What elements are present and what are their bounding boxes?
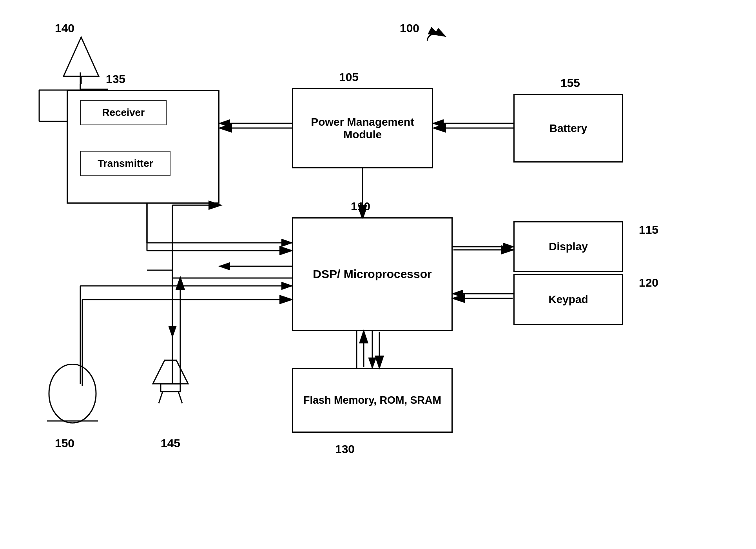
label-105: 105 <box>339 70 359 84</box>
power-mgmt-box: Power Management Module <box>292 88 433 168</box>
svg-rect-24 <box>161 384 180 392</box>
label-135: 135 <box>106 72 125 86</box>
label-155: 155 <box>560 76 580 90</box>
label-110: 110 <box>351 200 370 213</box>
display-box: Display <box>513 221 623 272</box>
svg-marker-20 <box>63 37 99 76</box>
speaker-icon <box>145 352 196 421</box>
label-100: 100 <box>400 22 419 35</box>
transmitter-box: Transmitter <box>80 151 170 176</box>
label-145: 145 <box>161 437 180 450</box>
battery-box: Battery <box>513 94 623 163</box>
receiver-box: Receiver <box>80 100 167 125</box>
label-120: 120 <box>639 276 658 289</box>
svg-line-26 <box>178 392 182 403</box>
label-150: 150 <box>55 437 74 450</box>
label-130: 130 <box>335 442 355 456</box>
svg-point-27 <box>49 364 96 423</box>
label-140: 140 <box>55 22 74 35</box>
svg-marker-23 <box>153 360 188 384</box>
diagram-container: 100 140 RF Module 135 Receiver Transmitt… <box>0 0 756 549</box>
flash-box: Flash Memory, ROM, SRAM <box>292 368 453 433</box>
svg-line-25 <box>159 392 163 403</box>
label-115: 115 <box>639 223 658 237</box>
keypad-box: Keypad <box>513 274 623 325</box>
antenna-icon <box>60 33 103 84</box>
dsp-box: DSP/ Microprocessor <box>292 217 453 331</box>
microphone-icon <box>43 364 102 428</box>
